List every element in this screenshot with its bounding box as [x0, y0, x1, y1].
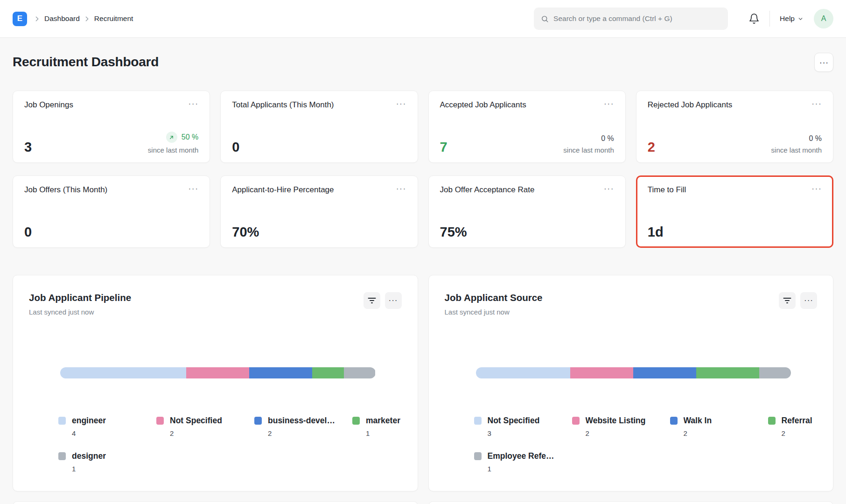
card-header: Rejected Job Applicants··· [648, 100, 822, 110]
bell-icon [748, 13, 760, 24]
card-header: Total Applicants (This Month)··· [232, 100, 406, 110]
bar-segment-referral [696, 367, 759, 378]
card-title: Time to Fill [648, 185, 686, 195]
legend-value: 1 [488, 465, 572, 473]
chart-menu-button[interactable]: ··· [800, 292, 817, 309]
avatar-letter: A [821, 14, 826, 23]
card-header: Job Offer Acceptance Rate··· [440, 185, 614, 195]
bar-segment-not-specified [186, 367, 249, 378]
legend-swatch [670, 417, 678, 425]
card-bottom: 70% [232, 225, 406, 239]
legend-item-walk-in: Walk In2 [670, 416, 768, 437]
legend-item-top: Website Listing [572, 416, 670, 426]
card-title: Accepted Job Applicants [440, 100, 526, 110]
card-bottom: 70 %since last month [440, 134, 614, 154]
change-note: since last month [771, 146, 822, 154]
card-menu-icon[interactable]: ··· [604, 100, 614, 107]
search-input[interactable] [553, 14, 721, 23]
top-navbar: E Dashboard Recruitment Help A [0, 0, 846, 38]
number-card-applicant-to-hire-percentage: Applicant-to-Hire Percentage···70% [220, 175, 418, 248]
legend-label: business-development [268, 416, 337, 426]
card-title: Applicant-to-Hire Percentage [232, 185, 334, 195]
card-menu-icon[interactable]: ··· [396, 100, 406, 107]
number-card-accepted-job-applicants: Accepted Job Applicants···70 %since last… [428, 91, 626, 163]
number-card-job-offers-this-month: Job Offers (This Month)···0 [13, 175, 210, 248]
card-menu-icon[interactable]: ··· [188, 100, 198, 107]
chart-filter-button[interactable] [364, 292, 380, 309]
card-menu-icon[interactable]: ··· [188, 185, 198, 192]
legend-item-top: engineer [58, 416, 156, 426]
legend-label: Not Specified [488, 416, 540, 426]
card-header: Job Offers (This Month)··· [24, 185, 198, 195]
chart-header: Job Applicant PipelineLast synced just n… [29, 292, 402, 316]
search-icon [541, 15, 549, 23]
legend-item-top: Not Specified [156, 416, 254, 426]
change-row: 50 % [148, 132, 198, 143]
number-card-job-openings: Job Openings···350 %since last month [13, 91, 210, 163]
bar-segment-walk-in [633, 367, 696, 378]
percentage-bar [476, 367, 791, 378]
change-value: 0 % [601, 134, 614, 143]
chart-card-job-applicant-source: Job Applicant SourceLast synced just now… [428, 275, 834, 491]
breadcrumb-recruitment[interactable]: Recruitment [94, 14, 133, 23]
legend-swatch [156, 417, 164, 425]
legend-item-top: Employee Referral [474, 451, 572, 461]
chart-header-text: Job Applicant SourceLast synced just now [445, 292, 543, 316]
chevron-down-icon [797, 16, 804, 22]
legend-item-not-specified: Not Specified2 [156, 416, 254, 437]
legend-item-website-listing: Website Listing2 [572, 416, 670, 437]
chart-legend: engineer4Not Specified2business-developm… [58, 416, 402, 473]
filter-icon [368, 297, 376, 304]
help-menu[interactable]: Help [780, 14, 804, 23]
app-logo[interactable]: E [13, 12, 27, 26]
page-menu-button[interactable]: ··· [814, 53, 833, 72]
legend-label: Walk In [684, 416, 712, 426]
card-bottom: 75% [440, 225, 614, 239]
chevron-right-icon [33, 15, 41, 23]
chart-filter-button[interactable] [779, 292, 796, 309]
breadcrumb-dashboard[interactable]: Dashboard [44, 14, 80, 23]
bar-segment-engineer [60, 367, 186, 378]
card-header: Job Openings··· [24, 100, 198, 110]
chevron-right-icon [83, 15, 91, 23]
bar-segment-marketer [312, 367, 344, 378]
legend-label: Website Listing [586, 416, 646, 426]
user-avatar[interactable]: A [814, 9, 833, 28]
bar-segment-business-development [249, 367, 312, 378]
ellipsis-icon: ··· [804, 296, 813, 305]
number-cards-grid: Job Openings···350 %since last monthTota… [13, 91, 833, 248]
card-title: Rejected Job Applicants [648, 100, 732, 110]
main-content: Recruitment Dashboard ··· Job Openings··… [0, 52, 846, 504]
notifications-button[interactable] [748, 13, 760, 24]
card-value: 0 [24, 225, 32, 239]
partial-card [428, 501, 834, 504]
legend-item-top: marketer [352, 416, 402, 426]
legend-label: Not Specified [170, 416, 222, 426]
card-header: Accepted Job Applicants··· [440, 100, 614, 110]
app-logo-letter: E [17, 14, 22, 23]
card-menu-icon[interactable]: ··· [396, 185, 406, 192]
legend-swatch [58, 417, 66, 425]
legend-label: Employee Referral [488, 451, 557, 461]
ellipsis-icon: ··· [389, 296, 398, 305]
legend-value: 3 [488, 429, 572, 437]
card-menu-icon[interactable]: ··· [811, 185, 822, 192]
card-menu-icon[interactable]: ··· [811, 100, 822, 107]
legend-item-referral: Referral2 [768, 416, 818, 437]
global-search[interactable] [534, 7, 728, 30]
card-bottom: 350 %since last month [24, 132, 198, 154]
legend-swatch [254, 417, 262, 425]
card-value: 3 [24, 140, 32, 154]
bar-segment-employee-referral [759, 367, 791, 378]
charts-grid: Job Applicant PipelineLast synced just n… [13, 275, 833, 491]
legend-swatch [474, 417, 482, 425]
change-value: 0 % [809, 134, 822, 143]
partial-card [13, 501, 418, 504]
legend-item-top: business-development [254, 416, 352, 426]
chart-menu-button[interactable]: ··· [385, 292, 402, 309]
chart-title: Job Applicant Pipeline [29, 292, 131, 303]
page-title: Recruitment Dashboard [13, 55, 159, 70]
card-menu-icon[interactable]: ··· [604, 185, 614, 192]
change-note: since last month [148, 146, 198, 154]
legend-swatch [58, 452, 66, 460]
